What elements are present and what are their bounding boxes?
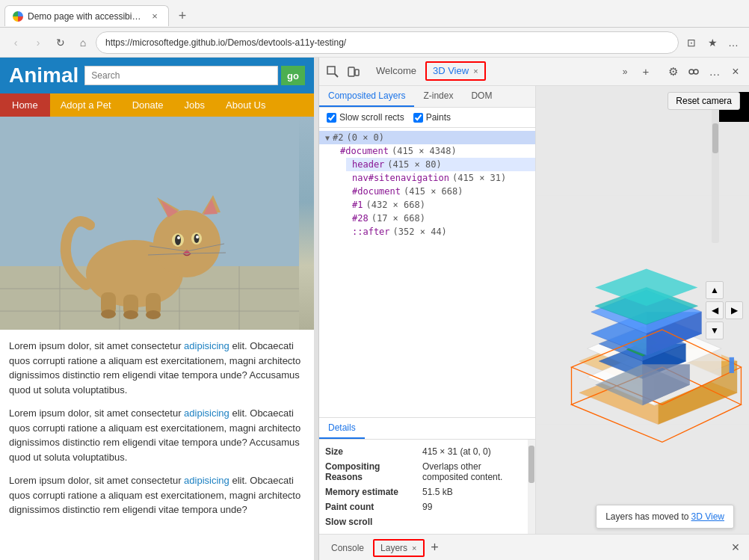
- layer-item-document1[interactable]: #document(415 × 4348): [334, 144, 535, 158]
- slow-scroll-checkbox[interactable]: [327, 113, 336, 123]
- body-paragraph-3: Lorem ipsum dolor, sit amet consectetur …: [9, 473, 305, 517]
- browser-window: Demo page with accessibility iss × + ‹ ›…: [0, 0, 749, 58]
- tab-title: Demo page with accessibility iss: [28, 11, 143, 22]
- tab-3d-view[interactable]: 3D View ×: [425, 61, 486, 81]
- address-text: https://microsoftedge.github.io/Demos/de…: [105, 37, 346, 48]
- more-button[interactable]: …: [724, 33, 743, 52]
- slow-scroll-label[interactable]: Slow scroll rects: [327, 112, 404, 123]
- layer-item-28[interactable]: #28(17 × 668): [346, 212, 535, 225]
- svg-point-19: [196, 236, 199, 239]
- close-devtools-button[interactable]: ×: [725, 61, 746, 82]
- add-panel-button[interactable]: +: [425, 538, 446, 559]
- svg-point-9: [153, 210, 221, 277]
- search-input[interactable]: [84, 66, 278, 85]
- details-scrollbar[interactable]: [528, 440, 535, 534]
- pan-down-button[interactable]: ▼: [706, 321, 724, 339]
- site-body: Lorem ipsum dolor, sit amet consectetur …: [0, 330, 314, 535]
- layer-item-1[interactable]: #1(432 × 668): [346, 198, 535, 212]
- tab-welcome[interactable]: Welcome: [367, 58, 425, 86]
- devtools-panel: Welcome 3D View × » + ⚙ … ×: [318, 58, 749, 560]
- paints-checkbox[interactable]: [413, 113, 423, 123]
- nav-adopt[interactable]: Adopt a Pet: [50, 93, 122, 117]
- svg-point-17: [194, 234, 200, 243]
- dock-button[interactable]: [683, 61, 704, 82]
- link-3[interactable]: adipisicing: [184, 475, 229, 486]
- tab-3d-view-close[interactable]: ×: [473, 67, 478, 76]
- forward-button[interactable]: ›: [28, 33, 48, 52]
- details-table: Size 415 × 31 (at 0, 0) CompositingReaso…: [319, 440, 535, 534]
- active-tab[interactable]: Demo page with accessibility iss ×: [4, 5, 169, 26]
- subtab-z-index[interactable]: Z-index: [414, 86, 462, 107]
- devtools-toolbar: Welcome 3D View × » + ⚙ … ×: [319, 58, 749, 86]
- details-tab[interactable]: Details: [319, 418, 365, 439]
- pan-up-button[interactable]: ▲: [706, 281, 724, 299]
- details-row-memory: Memory estimate 51.5 kB: [325, 484, 529, 499]
- hero-image: [0, 117, 314, 330]
- svg-point-16: [175, 235, 181, 245]
- nav-bar: ‹ › ↻ ⌂ https://microsoftedge.github.io/…: [0, 28, 749, 58]
- nav-jobs[interactable]: Jobs: [174, 93, 215, 117]
- subtab-composited-layers[interactable]: Composited Layers: [319, 86, 414, 107]
- add-tab-button[interactable]: +: [635, 61, 656, 82]
- website-panel: Animal go Home Adopt a Pet Donate Jobs A…: [0, 58, 314, 560]
- link-1[interactable]: adipisicing: [184, 340, 229, 351]
- details-row-size: Size 415 × 31 (at 0, 0): [325, 444, 529, 459]
- layer-item-nav[interactable]: nav#sitenavigation(415 × 31): [346, 171, 535, 185]
- reset-camera-button[interactable]: Reset camera: [668, 92, 740, 110]
- back-button[interactable]: ‹: [6, 33, 25, 52]
- details-panel: Details Size 415 × 31 (at 0, 0) Composit…: [319, 417, 535, 534]
- customize-button[interactable]: …: [704, 61, 725, 82]
- subtabs: Composited Layers Z-index DOM: [319, 86, 535, 108]
- devtools-bottom-bar: Console Layers × + ×: [319, 534, 749, 560]
- home-button[interactable]: ⌂: [73, 33, 93, 52]
- inspect-button[interactable]: [322, 61, 343, 82]
- close-bottom-panel-button[interactable]: ×: [725, 538, 746, 559]
- pan-right-button[interactable]: ▶: [725, 301, 743, 319]
- browser-actions: ⊡ ★ …: [682, 33, 743, 52]
- collections-button[interactable]: ⊡: [682, 33, 701, 52]
- viewport-scrollbar-v[interactable]: [712, 108, 719, 243]
- layer-item-header[interactable]: header(415 × 80): [346, 158, 535, 171]
- details-row-slow-scroll: Slow scroll: [325, 514, 529, 529]
- viewport-scrollbar-thumb: [712, 123, 718, 153]
- search-button[interactable]: go: [281, 66, 305, 85]
- details-row-compositing: CompositingReasons Overlaps other compos…: [325, 459, 529, 484]
- svg-point-28: [101, 310, 116, 319]
- tree-toggle[interactable]: ▼: [325, 134, 330, 142]
- address-bar[interactable]: https://microsoftedge.github.io/Demos/de…: [96, 31, 679, 54]
- site-nav: Home Adopt a Pet Donate Jobs About Us: [0, 93, 314, 117]
- svg-point-18: [177, 236, 180, 239]
- notification-bar: Layers has moved to 3D View: [596, 505, 734, 529]
- nav-donate[interactable]: Donate: [122, 93, 174, 117]
- paints-label[interactable]: Paints: [413, 112, 451, 123]
- svg-rect-31: [327, 67, 335, 74]
- favorites-button[interactable]: ★: [703, 33, 722, 52]
- svg-point-29: [123, 310, 138, 319]
- more-tabs-button[interactable]: »: [614, 61, 635, 82]
- subtab-dom[interactable]: DOM: [462, 86, 501, 107]
- refresh-button[interactable]: ↻: [51, 33, 70, 52]
- tab-close-button[interactable]: ×: [149, 10, 161, 22]
- device-toolbar-button[interactable]: [343, 61, 364, 82]
- svg-point-30: [146, 310, 161, 319]
- settings-button[interactable]: ⚙: [662, 61, 683, 82]
- notification-link[interactable]: 3D View: [691, 511, 724, 522]
- threeDview-container: Composited Layers Z-index DOM Slow scrol…: [319, 86, 749, 534]
- bottom-tab-console[interactable]: Console: [322, 535, 373, 561]
- viewport-3d[interactable]: Reset camera: [536, 86, 749, 534]
- tab-favicon: [13, 11, 23, 22]
- pan-left-button[interactable]: ◀: [706, 301, 724, 319]
- nav-home[interactable]: Home: [0, 93, 50, 117]
- bottom-tab-layers[interactable]: Layers ×: [373, 539, 424, 557]
- svg-point-35: [689, 70, 694, 74]
- layer-item-after[interactable]: ::after(352 × 44): [346, 225, 535, 239]
- nav-about[interactable]: About Us: [215, 93, 276, 117]
- body-paragraph-1: Lorem ipsum dolor, sit amet consectetur …: [9, 339, 305, 397]
- layers-tab-close[interactable]: ×: [412, 544, 416, 553]
- new-tab-button[interactable]: +: [172, 5, 193, 26]
- layer-item-document2[interactable]: #document(415 × 668): [346, 185, 535, 198]
- svg-line-32: [335, 74, 338, 77]
- link-2[interactable]: adipisicing: [184, 407, 229, 419]
- layer-item-root[interactable]: ▼ #2(0 × 0): [319, 131, 535, 144]
- layers-left-panel: Composited Layers Z-index DOM Slow scrol…: [319, 86, 536, 534]
